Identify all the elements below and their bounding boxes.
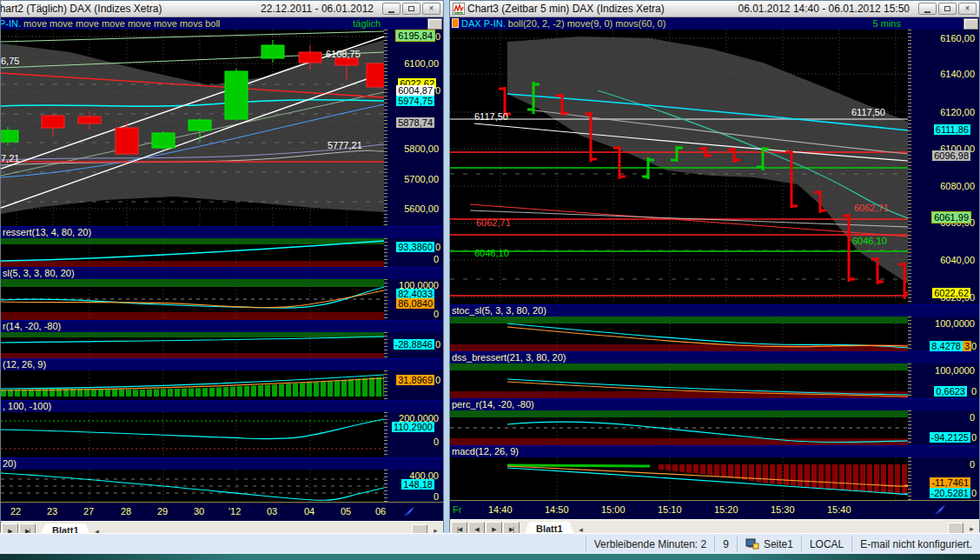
dss-value-axis: 0 93,3860 0 [387, 238, 443, 267]
restore-button[interactable] [402, 3, 420, 15]
indicator-title-stoc-sl: stoc_sl(5, 3, 3, 80, 20) [450, 304, 979, 317]
dart-cursor-icon[interactable] [402, 504, 416, 518]
value-peek: 0 [435, 242, 440, 252]
chart3-main-panel: 6117,50 6117,50 6062,71 6062,71 6046,10 … [450, 30, 979, 304]
price-label: 6140,00 [940, 69, 975, 79]
timeframe-label: 5 mins [873, 17, 901, 30]
close-button[interactable]: × [422, 3, 440, 15]
price-label-peek: 0 [435, 31, 440, 42]
status-bar: Verbleibende Minuten: 2 9 Seite1 LOCAL E… [0, 533, 980, 554]
chart-scroll-up-button[interactable] [427, 18, 442, 30]
indicator-panel-oscillator: 200,0000 110,2900 0 [1, 412, 443, 457]
price-highlight: 5974,75 [396, 96, 434, 106]
chart3-window[interactable]: Chart3 (Zeitbar 5 min) DAX (Indizes Xetr… [449, 0, 980, 532]
scale-label: 0 [434, 491, 439, 502]
status-email: E-mail nicht konfiguriert. [851, 537, 980, 552]
taskbar-edge [0, 554, 980, 560]
scale-label: 0 [434, 309, 439, 319]
dss-canvas[interactable] [450, 363, 908, 398]
restore-icon [944, 6, 950, 11]
indicator-title-macd: (12, 26, 9) [1, 358, 443, 370]
chart-price-note: 7,21 [1, 153, 19, 163]
stoc-sl-value-axis: 100,0000 0 3 8,4278 [911, 317, 979, 351]
indicator-panel-percent-r: 0 -28,8846 [1, 332, 443, 358]
chart2-time-axis[interactable]: 22 23 27 28 29 30 '12 03 04 05 06 [1, 502, 443, 521]
chart-price-note: 6046,10 [474, 248, 509, 258]
percent-r-canvas[interactable] [1, 332, 384, 358]
titlebar-date-range: 22.12.2011 - 06.01.2012 [261, 3, 374, 15]
dart-cursor-icon[interactable] [933, 503, 947, 517]
time-tick: 14:40 [488, 504, 513, 515]
price-label: 6100,00 [404, 58, 439, 69]
scale-label: 0 [970, 459, 975, 470]
perc-r-value-axis: 0 0 -94,2125 [911, 410, 979, 445]
legend-marker-icon [452, 18, 459, 28]
window-icon [453, 3, 465, 15]
indicator-value: 93,3860 [396, 242, 434, 252]
chart2-legend: P-IN. move move move move move move movs… [1, 17, 443, 30]
indicator-name: 20) [3, 458, 17, 469]
chart3-price-canvas[interactable] [450, 30, 908, 304]
indicator-name: (12, 26, 9) [3, 359, 46, 370]
minimize-button[interactable] [918, 3, 937, 15]
status-page: Seite1 [737, 537, 801, 552]
status-connection: LOCAL [801, 537, 851, 552]
indicator-title-macd: macd(12, 26, 9) [450, 445, 979, 457]
price-label: 5600,00 [404, 203, 439, 214]
chart-price-note: 6062,71 [854, 203, 889, 213]
restore-button[interactable] [938, 3, 957, 15]
indicator-title-dss-bressert: dss_bressert(21, 3, 80, 20) [450, 351, 979, 363]
chart3-price-axis[interactable]: 6160,00 6140,00 6120,00 6111,86 6100,00 … [911, 30, 979, 304]
indicator-name: ressert(13, 4, 80, 20) [3, 227, 91, 237]
chart3-time-axis[interactable]: Fr 14:40 14:50 15:00 15:10 15:20 15:30 1… [450, 500, 979, 519]
indicator-panel-momentum: 400,00 148,18 0 [1, 470, 443, 502]
indicator-panel-dss-bressert: 100,0000 0 0,6623 [450, 363, 979, 398]
indicator-value: 148,18 [401, 479, 434, 490]
indicator-value: -11,7461 [930, 477, 970, 488]
price-label: 6040,00 [940, 255, 975, 265]
perc-r-canvas[interactable] [450, 410, 908, 445]
chart3-titlebar[interactable]: Chart3 (Zeitbar 5 min) DAX (Indizes Xetr… [450, 1, 979, 17]
value-peek: 0 [435, 339, 440, 350]
time-tick: 15:00 [601, 504, 626, 515]
indicator-name: , 100, -100) [3, 401, 51, 411]
chart-price-note: 6062,71 [476, 217, 511, 228]
time-tick: 15:10 [658, 504, 682, 515]
chart2-price-axis[interactable]: 0 6195,84 6100,00 6022,62 0 6004,87 5974… [387, 30, 443, 226]
scale-label: 100,0000 [935, 318, 975, 329]
indicator-panel-stochastic: 100,0000 82,4033 86,0840 0 [1, 279, 443, 320]
price-label: 5700,00 [404, 174, 439, 184]
dss-canvas[interactable] [1, 238, 384, 267]
stochastic-canvas[interactable] [1, 279, 384, 320]
chart-price-note: 6117,50 [851, 107, 885, 117]
chart-price-note: 6108,75 [326, 49, 361, 59]
chart-scroll-up-button[interactable] [963, 18, 978, 30]
indicator-name: stoc_sl(5, 3, 3, 80, 20) [452, 305, 546, 316]
time-tick: 06 [375, 506, 386, 517]
indicator-value: 0,6623 [934, 386, 967, 397]
momentum-canvas[interactable] [1, 470, 384, 502]
weekday-label: Fr [453, 504, 461, 515]
indicator-value: 3 [963, 341, 971, 351]
price-highlight: 6111,86 [934, 124, 970, 135]
timeframe-label: täglich [353, 17, 381, 30]
value-peek: 0 [971, 488, 977, 498]
indicator-value: 31,8969 [396, 375, 434, 385]
macd-positive-segment [507, 465, 650, 466]
chart2-titlebar[interactable]: Chart2 (Täglich) DAX (Indizes Xetra) 22.… [1, 1, 443, 17]
price-label: 6160,00 [940, 33, 975, 43]
chart-price-note: 6046,10 [852, 236, 887, 246]
oscillator-canvas[interactable] [1, 412, 384, 457]
minimize-button[interactable] [382, 3, 401, 15]
macd-value-axis: 0 -11,7461 0 -20,5281 [911, 457, 979, 500]
close-button[interactable]: × [958, 3, 977, 15]
window-title: Chart3 (Zeitbar 5 min) DAX (Indizes Xetr… [467, 3, 665, 15]
indicator-panel-perc-r: 0 0 -94,2125 [450, 410, 979, 445]
indicator-value: 86,0840 [396, 298, 434, 309]
macd-canvas[interactable] [1, 370, 384, 400]
time-tick: 29 [157, 506, 168, 517]
chart2-window[interactable]: Chart2 (Täglich) DAX (Indizes Xetra) 22.… [0, 0, 444, 532]
indicator-value: 110,2900 [392, 422, 434, 432]
stoc-sl-canvas[interactable] [450, 317, 908, 351]
macd-canvas[interactable] [450, 457, 908, 500]
